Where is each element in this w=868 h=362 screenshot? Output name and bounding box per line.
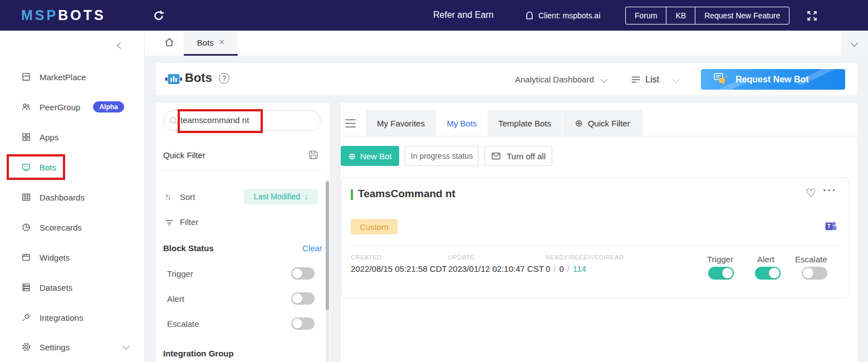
sidebar-item-label: Apps bbox=[40, 133, 58, 142]
sidebar-item-label: Widgets bbox=[40, 253, 70, 262]
chevron-down-icon bbox=[851, 40, 858, 47]
request-new-bot-label: Request New Bot bbox=[735, 75, 809, 85]
sidebar-item-label: Settings bbox=[40, 343, 70, 352]
menu-icon[interactable] bbox=[345, 119, 356, 128]
refer-and-earn-link[interactable]: Refer and Earn bbox=[433, 10, 494, 20]
escalate-filter-label: Escalate bbox=[167, 319, 199, 329]
read-count: 114 bbox=[573, 264, 586, 273]
request-new-feature-button[interactable]: Request New Feature bbox=[695, 7, 789, 24]
app-logo[interactable]: MSPBOTS bbox=[21, 7, 106, 23]
created-label: CREATED bbox=[351, 254, 381, 261]
scrollbar-track[interactable] bbox=[326, 310, 329, 362]
sidebar-item-label: MarketPlace bbox=[40, 72, 86, 82]
tab-label: Quick Filter bbox=[588, 119, 630, 128]
tab-label: Bots bbox=[197, 38, 214, 47]
sidebar-item-peergroup[interactable]: PeerGroup Alpha bbox=[21, 100, 124, 114]
refresh-icon[interactable] bbox=[153, 9, 165, 22]
sidebar-item-dashboards[interactable]: Dashboards bbox=[21, 190, 85, 204]
forum-button[interactable]: Forum bbox=[626, 7, 666, 24]
tab-label: My Favorites bbox=[377, 119, 425, 128]
grid-icon bbox=[21, 132, 31, 142]
sidebar-item-marketplace[interactable]: MarketPlace bbox=[21, 70, 86, 84]
annotation-box-sidebar-bots bbox=[7, 154, 65, 180]
divider bbox=[163, 170, 322, 170]
sidebar-item-apps[interactable]: Apps bbox=[21, 130, 58, 144]
sidebar-item-label: PeerGroup bbox=[40, 102, 80, 112]
trigger-toggle[interactable] bbox=[708, 267, 734, 280]
list-view-icon[interactable] bbox=[631, 76, 641, 84]
page-title: Bots bbox=[185, 71, 212, 85]
home-tab-icon[interactable] bbox=[164, 37, 175, 48]
layout-selector[interactable]: List bbox=[645, 75, 659, 85]
close-icon[interactable]: × bbox=[219, 37, 224, 47]
new-bot-label: New Bot bbox=[360, 151, 392, 161]
storefront-icon bbox=[21, 72, 31, 82]
ready-received-read-value: 0/0/114 bbox=[546, 264, 586, 273]
toggle-knob bbox=[292, 293, 302, 304]
clear-link[interactable]: Clear bbox=[302, 243, 322, 253]
tab-my-bots[interactable]: My Bots bbox=[437, 110, 488, 136]
sort-label: Sort bbox=[180, 192, 195, 202]
trigger-label: Trigger bbox=[707, 255, 733, 264]
chat-bubbles-icon bbox=[713, 72, 730, 87]
bot-title[interactable]: TeamsCommand nt bbox=[358, 188, 455, 200]
tab-template-bots[interactable]: Template Bots bbox=[488, 110, 562, 136]
tab-list-dropdown[interactable] bbox=[841, 31, 868, 56]
favorite-heart-icon[interactable]: ♡ bbox=[806, 187, 816, 200]
sidebar-item-integrations[interactable]: Integrations bbox=[21, 310, 83, 325]
tab-label: Template Bots bbox=[498, 119, 551, 128]
escalate-toggle[interactable] bbox=[802, 267, 827, 280]
update-value: 2023/01/12 02:10:47 CST bbox=[448, 264, 544, 273]
trigger-filter-toggle[interactable] bbox=[291, 267, 315, 280]
request-new-bot-button[interactable]: Request New Bot bbox=[701, 69, 845, 90]
dashboard-selector[interactable]: Analytical Dashboard bbox=[515, 75, 594, 84]
in-progress-status-button[interactable]: In progress status bbox=[405, 146, 479, 166]
sidebar-item-settings[interactable]: Settings bbox=[21, 340, 70, 354]
created-value: 2022/08/15 05:21:58 CDT bbox=[351, 264, 447, 273]
gear-icon bbox=[21, 342, 31, 352]
sidebar-item-datasets[interactable]: Datasets bbox=[21, 280, 72, 295]
sidebar-item-widgets[interactable]: Widgets bbox=[21, 250, 70, 265]
client-label: Client: mspbots.ai bbox=[538, 11, 600, 20]
toggle-knob bbox=[722, 268, 733, 278]
sort-value: Last Modified bbox=[254, 192, 300, 201]
toggle-knob bbox=[769, 268, 779, 278]
tab-bots[interactable]: Bots × bbox=[184, 31, 238, 56]
table-icon bbox=[21, 192, 31, 202]
fullscreen-icon[interactable] bbox=[807, 11, 817, 21]
alert-toggle[interactable] bbox=[755, 267, 781, 280]
trigger-filter-label: Trigger bbox=[167, 269, 193, 278]
help-icon[interactable]: ? bbox=[219, 73, 229, 84]
kb-button[interactable]: KB bbox=[666, 7, 695, 24]
slash: / bbox=[564, 264, 573, 273]
new-bot-button[interactable]: ⊕ New Bot bbox=[341, 146, 399, 166]
tab-strip bbox=[145, 31, 868, 56]
quick-filter-label: Quick Filter bbox=[163, 150, 205, 160]
turn-off-all-label: Turn off all bbox=[507, 151, 546, 161]
annotation-box-search-value bbox=[178, 109, 263, 133]
turn-off-all-button[interactable]: Turn off all bbox=[484, 146, 552, 166]
escalate-filter-toggle[interactable] bbox=[291, 317, 315, 330]
toggle-knob bbox=[292, 319, 302, 329]
header-nav-group: Forum KB Request New Feature bbox=[625, 7, 789, 25]
sidebar-item-label: Scorecards bbox=[40, 223, 82, 232]
integration-group-label: Integration Group bbox=[163, 349, 234, 358]
alert-filter-label: Alert bbox=[167, 294, 184, 304]
more-options-icon[interactable]: ··· bbox=[823, 184, 837, 197]
bell-icon[interactable] bbox=[524, 9, 535, 21]
alert-filter-toggle[interactable] bbox=[291, 292, 315, 305]
tab-my-favorites[interactable]: My Favorites bbox=[366, 110, 437, 136]
sidebar-item-label: Dashboards bbox=[40, 193, 85, 202]
card-divider bbox=[350, 245, 840, 246]
pie-chart-icon bbox=[21, 222, 31, 232]
people-icon bbox=[21, 102, 31, 112]
plug-icon bbox=[21, 312, 31, 322]
arrow-down-icon: ↓ bbox=[304, 192, 308, 201]
sidebar-item-scorecards[interactable]: Scorecards bbox=[21, 220, 82, 234]
teams-icon: T bbox=[825, 220, 837, 233]
sidebar-item-label: Integrations bbox=[40, 313, 83, 322]
sort-value-pill[interactable]: Last Modified ↓ bbox=[244, 189, 318, 204]
scrollbar-thumb[interactable] bbox=[326, 181, 329, 310]
tab-quick-filter[interactable]: ⊕ Quick Filter bbox=[562, 110, 643, 136]
save-filter-icon[interactable] bbox=[308, 149, 319, 160]
